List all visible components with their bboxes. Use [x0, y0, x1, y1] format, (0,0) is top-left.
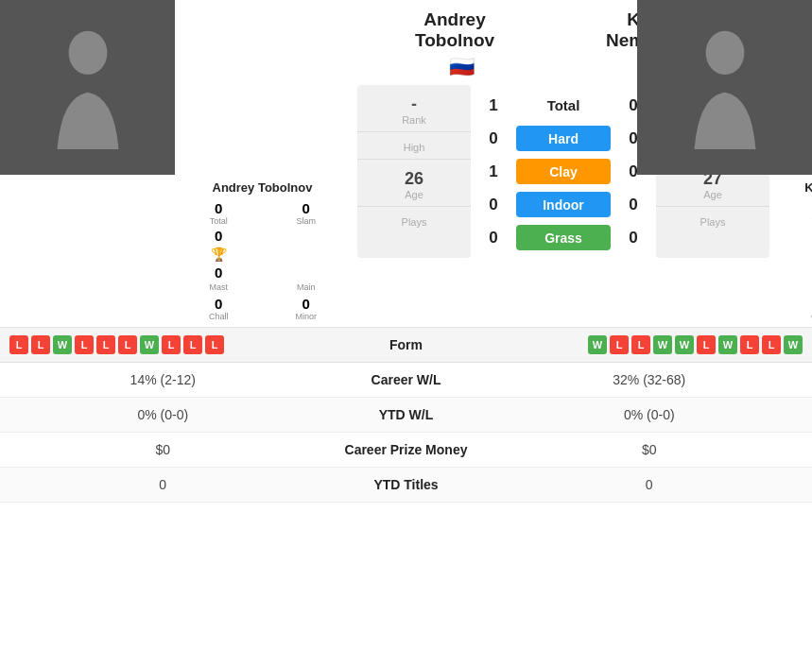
left-flag-icon: 🇷🇺 [449, 55, 475, 79]
left-form-badge: W [140, 335, 159, 354]
right-form-badge: L [631, 335, 650, 354]
left-silhouette-icon [41, 26, 135, 149]
stats-row-right-value: 32% (32-68) [501, 372, 799, 387]
right-form-badge: W [675, 335, 694, 354]
stats-row-label: YTD W/L [312, 407, 501, 422]
left-mast-stat: 0 🏆 0 [179, 228, 259, 281]
left-mast-label-cell: Mast [179, 282, 259, 292]
left-total-score: 1 [485, 96, 502, 115]
right-form-badge: W [653, 335, 672, 354]
left-form-badge: L [183, 335, 202, 354]
stats-row-right-value: $0 [501, 442, 799, 457]
right-form-badge: W [588, 335, 607, 354]
hard-line: 0 Hard 0 [485, 126, 642, 151]
total-line: 1 Total 0 [485, 93, 642, 118]
left-age-row: 26 Age [357, 160, 471, 207]
left-plays-row: Plays [357, 207, 471, 233]
right-mast-label-cell: Mast [781, 282, 812, 292]
left-plays-label: Plays [402, 216, 427, 228]
right-plays-label: Plays [700, 216, 726, 228]
form-section: LLWLLLWLLL Form WLLWWLWLLW [0, 327, 812, 363]
left-slam-value: 0 [302, 200, 310, 216]
indoor-tag: Indoor [516, 192, 611, 217]
right-plays-row: Plays [656, 207, 769, 233]
left-form-badge: L [118, 335, 137, 354]
left-name-header: Andrey Tobolnov [415, 9, 494, 51]
left-form-badge: L [75, 335, 94, 354]
left-player-card: Andrey Tobolnov 0 Total 0 Slam 0 🏆 0 [175, 0, 350, 327]
left-rank-row: - Rank [357, 85, 471, 132]
right-silhouette-icon [678, 26, 772, 149]
stats-row-left-value: 14% (2-12) [14, 372, 312, 387]
stats-row-left-value: 0 [14, 477, 312, 492]
left-form-badges: LLWLLLWLLL [9, 335, 350, 354]
hard-tag: Hard [516, 126, 611, 151]
left-main-label-cell: Main [267, 282, 347, 292]
right-player-name: Keyvan Nematzadeh [804, 180, 812, 195]
clay-tag: Clay [516, 159, 611, 184]
stats-row-label: YTD Titles [312, 477, 501, 492]
right-form-badge: W [718, 335, 737, 354]
right-player-card-info: Keyvan Nematzadeh 0 Total 0 Slam 0 🏆 0 [777, 175, 812, 327]
stats-row-right-value: 0 [501, 477, 799, 492]
left-mast-value: 0 [215, 228, 222, 244]
left-name-line2: Tobolnov [415, 30, 494, 51]
right-grass-score: 0 [625, 229, 642, 248]
left-chall-stat: 0 Chall [179, 296, 259, 321]
right-form-badge: L [697, 335, 716, 354]
left-stats-panel: - Rank High 26 Age Plays [357, 85, 471, 258]
svg-point-1 [705, 30, 744, 74]
form-label: Form [350, 337, 463, 352]
right-form-badge: L [762, 335, 781, 354]
right-player-stats: 0 Total 0 Slam 0 🏆 0 Mast [781, 200, 812, 292]
indoor-line: 0 Indoor 0 [485, 192, 642, 217]
left-high-label: High [404, 142, 425, 153]
right-form-badge: L [740, 335, 759, 354]
left-indoor-score: 0 [485, 196, 502, 214]
left-player-stats: 0 Total 0 Slam 0 🏆 0 Mast [179, 200, 346, 292]
left-form-badge: L [9, 335, 28, 354]
left-clay-score: 1 [485, 162, 502, 181]
left-player-photo [0, 0, 175, 175]
right-form-badge: W [784, 335, 803, 354]
left-form-badge: L [31, 335, 50, 354]
stats-row: $0Career Prize Money$0 [0, 433, 812, 468]
right-indoor-score: 0 [625, 196, 642, 214]
right-total-stat: 0 Total [781, 200, 812, 226]
left-minor-stat: 0 Minor [267, 296, 347, 321]
left-rank-value: - [411, 94, 417, 114]
right-chall-stat: 0 Chall [781, 296, 812, 321]
left-age-value: 26 [405, 169, 423, 189]
left-slam-stat: 0 Slam [267, 200, 347, 226]
stats-row-right-value: 0% (0-0) [501, 407, 799, 422]
left-main-value: 0 [215, 265, 222, 281]
grass-tag: Grass [516, 225, 611, 250]
right-mast-stat: 0 🏆 0 [781, 228, 812, 281]
left-name-line1: Andrey [415, 9, 494, 30]
clay-line: 1 Clay 0 [485, 159, 642, 184]
total-tag: Total [516, 93, 611, 118]
main-container: Andrey Tobolnov 0 Total 0 Slam 0 🏆 0 [0, 0, 812, 503]
left-player-card-info: Andrey Tobolnov 0 Total 0 Slam 0 🏆 0 [175, 175, 350, 327]
right-form-badges: WLLWWLWLLW [463, 335, 803, 354]
right-player-photo [637, 0, 812, 175]
left-form-badge: L [96, 335, 115, 354]
left-form-badge: L [205, 335, 224, 354]
top-layout: Andrey Tobolnov 0 Total 0 Slam 0 🏆 0 [0, 0, 812, 327]
stats-row-left-value: 0% (0-0) [14, 407, 312, 422]
left-high-row: High [357, 132, 471, 160]
left-minor-value: 0 [302, 296, 310, 312]
right-bottom-stats: 0 Chall 0 Minor [781, 296, 812, 321]
scores-area: 1 Total 0 0 Hard 0 1 [471, 85, 656, 258]
left-total-stat: 0 Total [179, 200, 259, 226]
left-bottom-stats: 0 Chall 0 Minor [179, 296, 346, 321]
stats-row: 0YTD Titles0 [0, 468, 812, 503]
left-form-badge: L [162, 335, 181, 354]
stats-row-left-value: $0 [14, 442, 312, 457]
left-trophy-icon: 🏆 [211, 247, 227, 262]
grass-line: 0 Grass 0 [485, 225, 642, 250]
left-grass-score: 0 [485, 229, 502, 248]
stats-row: 0% (0-0)YTD W/L0% (0-0) [0, 398, 812, 433]
left-hard-score: 0 [485, 129, 502, 148]
stats-row-label: Career Prize Money [312, 442, 501, 457]
